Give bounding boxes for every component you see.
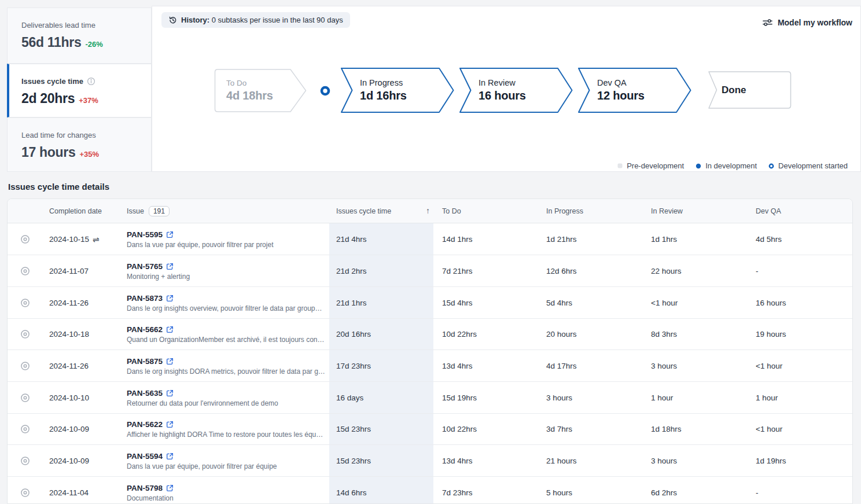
- view-issue-button[interactable]: [20, 393, 30, 403]
- in-review-time: 3 hours: [651, 350, 677, 382]
- external-link-icon: [166, 358, 174, 365]
- sort-ascending-icon[interactable]: ↑: [426, 206, 430, 215]
- history-badge: History: 0 subtasks per issue in the las…: [161, 12, 350, 28]
- issues-table: Completion date Issue 191 Issues cycle t…: [7, 198, 853, 504]
- history-badge-label: History:: [181, 16, 209, 24]
- metric-value: 56d 11hrs: [21, 35, 81, 50]
- metric-value: 2d 20hrs: [21, 91, 75, 106]
- stage-value: 1d 16hrs: [360, 89, 455, 102]
- workflow-legend: Pre-development In development Developme…: [617, 161, 848, 170]
- view-issue-button[interactable]: [20, 298, 30, 308]
- header-issues-cycle-time[interactable]: Issues cycle time: [336, 199, 391, 223]
- in-review-time: <1 hour: [651, 287, 678, 319]
- metric-label: Issues cycle time: [21, 77, 83, 86]
- in-progress-time: 4d 17hrs: [546, 350, 577, 382]
- blue-dot-icon: [696, 163, 701, 169]
- view-issue-button[interactable]: [20, 329, 30, 339]
- in-progress-time: 20 hours: [546, 318, 577, 350]
- issue-link[interactable]: PAN-5595: [127, 230, 174, 239]
- issue-title: Retourner du data pour l'environnement d…: [127, 399, 278, 407]
- stage-in-review: In Review 16 hours: [458, 67, 573, 113]
- in-review-time: 3 hours: [651, 445, 677, 477]
- stage-in-progress: In Progress 1d 16hrs: [339, 67, 455, 113]
- completion-date: 2024-10-09: [49, 457, 89, 465]
- completion-date: 2024-11-26: [49, 299, 89, 307]
- completion-date: 2024-11-07: [49, 267, 89, 275]
- header-issue[interactable]: Issue 191: [127, 199, 170, 223]
- external-link-icon: [166, 389, 174, 397]
- dev-qa-time: 1 hour: [756, 382, 778, 414]
- header-dev-qa[interactable]: Dev QA: [756, 199, 781, 223]
- issue-title: Dans la vue par équipe, pouvoir filtrer …: [127, 462, 277, 470]
- dev-qa-time: 4d 5hrs: [756, 223, 782, 255]
- issue-link[interactable]: PAN-5798: [127, 484, 174, 492]
- cycle-time: 15d 23hrs: [336, 445, 371, 477]
- header-in-review[interactable]: In Review: [651, 199, 683, 223]
- stage-name: Dev QA: [597, 78, 692, 87]
- dev-qa-time: -: [756, 255, 759, 287]
- completion-date: 2024-10-18: [49, 330, 89, 339]
- stage-done: Done: [707, 71, 792, 109]
- table-row: 2024-10-09 PAN-5594 Dans la vue par équi…: [8, 445, 852, 477]
- metric-trend: +37%: [79, 96, 98, 105]
- cycle-time: 21d 4hrs: [336, 223, 367, 255]
- issue-link[interactable]: PAN-5594: [127, 452, 174, 461]
- legend-item-pre-development: Pre-development: [617, 161, 684, 170]
- issue-link[interactable]: PAN-5873: [127, 294, 174, 303]
- cycle-time: 14d 6hrs: [336, 477, 367, 504]
- to-do-time: 7d 21hrs: [442, 255, 473, 287]
- header-to-do[interactable]: To Do: [442, 199, 461, 223]
- view-issue-button[interactable]: [20, 424, 30, 434]
- metric-card-deliverables-lead-time[interactable]: Deliverables lead time 56d 11hrs-26%: [7, 8, 152, 64]
- issue-link[interactable]: PAN-5875: [127, 357, 174, 366]
- completion-date: 2024-10-09: [49, 425, 89, 433]
- view-issue-button[interactable]: [20, 361, 30, 371]
- view-issue-button[interactable]: [20, 456, 30, 466]
- issue-title: Quand un OrganizationMember est archivé,…: [127, 336, 325, 344]
- stage-name: To Do: [226, 79, 307, 87]
- issue-link[interactable]: PAN-5635: [127, 389, 174, 398]
- table-row: 2024-11-26 PAN-5873 Dans le org insights…: [8, 287, 852, 319]
- info-icon[interactable]: [87, 77, 95, 86]
- completion-date: 2024-11-26: [49, 362, 89, 370]
- external-link-icon: [166, 231, 174, 238]
- external-link-icon: [166, 453, 174, 460]
- table-row: 2024-11-04 PAN-5798 Documentation 14d 6h…: [8, 477, 852, 504]
- transfer-icon: ⇌: [93, 235, 100, 244]
- metric-card-lead-time-for-changes[interactable]: Lead time for changes 17 hours+35%: [7, 117, 152, 172]
- metric-trend: -26%: [85, 40, 102, 49]
- issue-title: Dans le org insights DORA metrics, pouvo…: [127, 367, 325, 376]
- dev-qa-time: <1 hour: [756, 413, 782, 445]
- external-link-icon: [166, 421, 174, 428]
- issue-title: Dans la vue par équipe, pouvoir filtrer …: [127, 241, 273, 249]
- in-review-time: 8d 3hrs: [651, 318, 677, 350]
- metric-trend: +35%: [79, 150, 99, 159]
- issue-count-badge: 191: [149, 206, 170, 216]
- to-do-time: 15d 4hrs: [442, 287, 473, 319]
- table-row: 2024-10-18 PAN-5662 Quand un Organizatio…: [8, 318, 852, 350]
- metric-card-issues-cycle-time[interactable]: Issues cycle time 2d 20hrs+37%: [7, 64, 152, 117]
- model-my-workflow-button[interactable]: Model my workflow: [762, 18, 852, 27]
- dev-qa-time: 16 hours: [756, 287, 786, 319]
- stage-value: 4d 18hrs: [226, 89, 307, 102]
- table-header: Completion date Issue 191 Issues cycle t…: [8, 199, 852, 223]
- header-completion-date[interactable]: Completion date: [49, 199, 102, 223]
- table-row: 2024-11-07 PAN-5765 Monitoring + alertin…: [8, 255, 852, 287]
- view-issue-button[interactable]: [20, 488, 30, 498]
- view-issue-button[interactable]: [20, 234, 30, 244]
- stage-value: 12 hours: [597, 89, 692, 102]
- legend-item-development-started: Development started: [768, 161, 848, 170]
- issue-link[interactable]: PAN-5765: [127, 262, 174, 271]
- issue-link[interactable]: PAN-5662: [127, 325, 174, 334]
- header-in-progress[interactable]: In Progress: [546, 199, 583, 223]
- legend-label: Pre-development: [627, 161, 684, 170]
- in-progress-time: 5d 4hrs: [546, 287, 572, 319]
- metric-label: Lead time for changes: [21, 131, 151, 139]
- to-do-time: 14d 1hrs: [442, 223, 473, 255]
- in-review-time: 22 hours: [651, 255, 682, 287]
- in-progress-time: 5 hours: [546, 477, 572, 504]
- view-issue-button[interactable]: [20, 266, 30, 276]
- issue-link[interactable]: PAN-5622: [127, 420, 174, 429]
- cycle-time: 21d 1hrs: [336, 287, 367, 319]
- table-title: Issues cycle time details: [8, 182, 109, 192]
